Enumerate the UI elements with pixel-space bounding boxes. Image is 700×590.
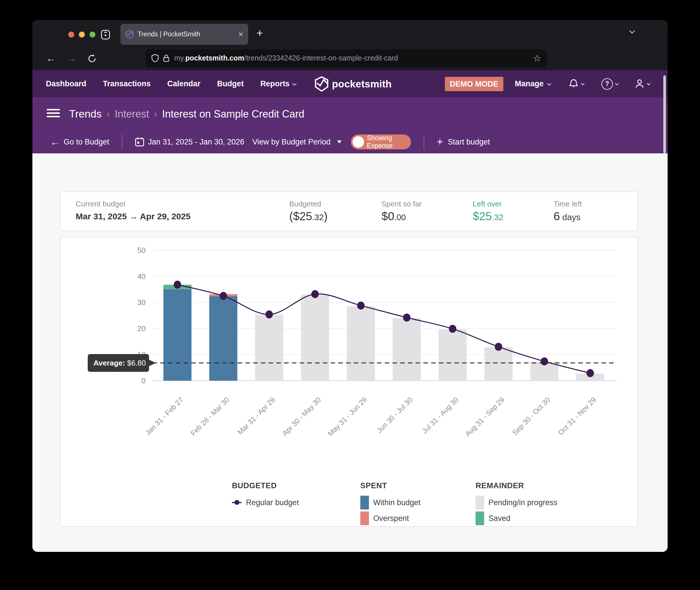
logo-text: pocketsmith [332,78,392,90]
bar-segment [209,296,237,381]
bar-segment [347,306,375,381]
view-by-dropdown[interactable]: View by Budget Period [252,137,342,146]
notifications-bell-button[interactable] [569,70,584,97]
budget-point [266,310,273,318]
average-tooltip-label: Average: $6.80 [93,359,146,367]
line-dot-marker-icon [232,502,242,503]
legend-saved: Saved [476,511,510,525]
breadcrumb-separator: › [154,109,157,118]
nav-item-manage[interactable]: Manage [515,70,551,97]
bar-segment [255,315,283,381]
list-tabs-chevron-icon[interactable] [630,29,639,37]
budget-point [495,343,502,351]
breadcrumb-interest[interactable]: Interest [115,108,149,120]
breadcrumb-separator: › [107,109,109,118]
url-domain: pocketsmith.com [185,54,244,62]
sidebar-hamburger-icon[interactable] [47,107,60,119]
user-menu-button[interactable] [634,70,649,97]
minimize-window-button[interactable] [79,31,85,37]
start-budget-button[interactable]: +Start budget [437,136,490,148]
url-text: my.pocketsmith.com/trends/23342426-inter… [174,54,530,62]
legend-overspent: Overspent [360,511,409,525]
back-arrow-icon: ← [50,136,60,148]
breadcrumb: Trends › Interest › Interest on Sample C… [69,97,304,130]
budget-summary-card: Current budget Mar 31, 2025 → Apr 29, 20… [60,192,638,231]
current-budget-value: Mar 31, 2025 → Apr 29, 2025 [76,212,191,221]
x-tick-label: Feb 28 - Mar 30 [189,396,231,437]
nav-item-transactions[interactable]: Transactions [103,79,151,88]
lock-icon[interactable] [163,54,170,62]
question-icon: ? [601,78,613,90]
browser-chrome: Trends | PocketSmith × + ← → my.pocketsm… [32,20,668,70]
budgeted-value: ($25.32) [289,210,328,223]
browser-window: Trends | PocketSmith × + ← → my.pocketsm… [32,20,668,552]
firefox-view-icon[interactable] [100,29,111,40]
legend-regular-budget: Regular budget [232,495,299,510]
breadcrumb-trends[interactable]: Trends [69,108,102,120]
url-bar[interactable]: my.pocketsmith.com/trends/23342426-inter… [145,49,547,67]
x-tick-label: Apr 30 - May 30 [281,396,322,437]
help-button[interactable]: ? [601,70,618,97]
nav-item-calendar[interactable]: Calendar [168,79,201,88]
saved-swatch [476,511,484,525]
y-tick-label: 30 [137,298,145,307]
bell-icon [569,79,579,89]
showing-expense-toggle[interactable]: Showing Expense [351,134,411,150]
page-title: Interest on Sample Credit Card [162,108,304,120]
budget-point [540,358,548,366]
spent-label: Spent so far [382,200,422,208]
back-icon[interactable]: ← [46,53,56,63]
x-tick-label: Sep 30 - Oct 30 [510,396,552,437]
new-tab-button[interactable]: + [257,27,263,39]
budget-point [587,369,594,377]
browser-tab[interactable]: Trends | PocketSmith × [120,24,248,45]
reload-icon[interactable] [87,54,96,63]
pocketsmith-logo[interactable]: pocketsmith [315,70,392,97]
y-tick-label: 0 [141,376,145,385]
chevron-down-icon [615,82,619,85]
pocketsmith-favicon-icon [125,30,133,39]
calendar-icon [135,137,144,147]
caret-down-icon [337,140,342,143]
plus-icon: + [437,136,443,148]
budget-point [449,325,456,333]
x-tick-label: Aug 31 - Sep 29 [464,396,506,438]
zoom-window-button[interactable] [89,31,95,37]
x-tick-label: May 31 - Jun 29 [326,396,368,438]
url-prefix: my. [174,54,185,62]
nav-item-dashboard[interactable]: Dashboard [46,79,86,88]
budget-trend-chart: 01020304050Jan 31 - Feb 27Feb 28 - Mar 3… [64,243,631,478]
bar-segment [438,329,467,381]
nav-item-budget[interactable]: Budget [217,79,244,88]
budget-point [311,290,319,298]
close-window-button[interactable] [68,31,74,37]
y-tick-label: 20 [137,324,145,333]
bookmark-star-icon[interactable]: ☆ [533,53,541,64]
budgeted-label: Budgeted [289,200,321,208]
legend-pending: Pending/in progress [476,495,557,510]
nav-item-reports[interactable]: Reports [260,79,296,88]
tracking-protection-shield-icon[interactable] [152,54,159,63]
x-tick-label: Mar 31 - Apr 29 [236,396,277,436]
scrollbar-thumb[interactable] [663,75,666,154]
url-toolbar: ← → my.pocketsmith.com/trends/23342426-i… [32,46,668,70]
within-budget-swatch [360,496,369,509]
person-icon [634,79,645,89]
go-to-budget-button[interactable]: ←Go to Budget [50,136,109,148]
legend-within-budget: Within budget [360,495,420,510]
close-tab-icon[interactable]: × [238,30,243,38]
bar-segment [164,289,192,381]
date-range-button[interactable]: Jan 31, 2025 - Jan 30, 2026 [135,137,244,147]
chevron-down-icon [292,81,297,86]
divider [424,134,424,150]
demo-mode-badge[interactable]: DEMO MODE [445,77,503,91]
time-left-label: Time left [554,200,582,208]
forward-icon[interactable]: → [67,53,77,63]
bar-segment [301,295,329,381]
average-tooltip-arrow [148,360,156,366]
screen: Trends | PocketSmith × + ← → my.pocketsm… [0,0,700,590]
chevron-down-icon [647,82,651,85]
nav-items: Dashboard Transactions Calendar Budget R… [46,70,296,97]
bar-segment [484,348,512,381]
legend-spent-header: SPENT [360,481,387,490]
